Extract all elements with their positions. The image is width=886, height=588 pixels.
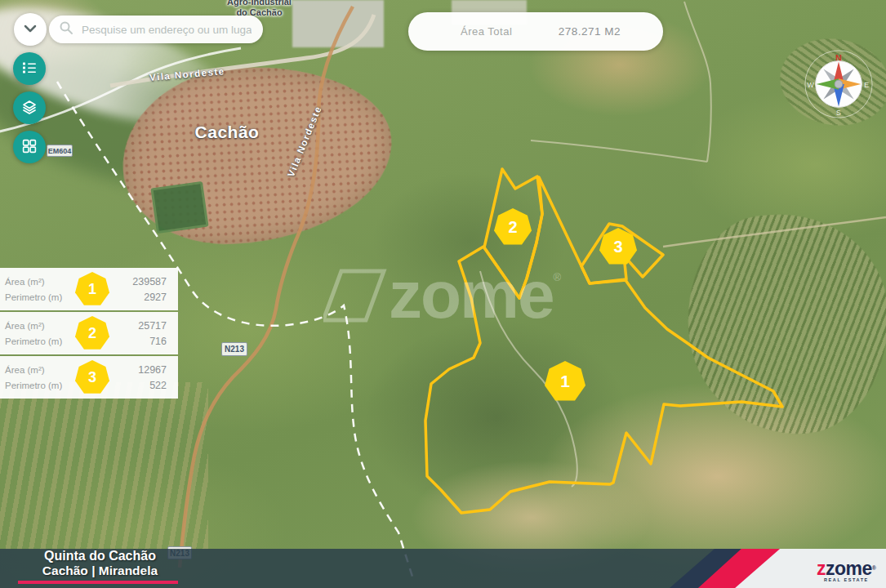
perimeter-value: 2927 [144, 292, 167, 303]
perimeter-label: Perimetro (m) [3, 336, 62, 346]
area-label: Área (m²) [3, 321, 45, 331]
measurement-card-1: Área (m²) 239587 Perimetro (m) 2927 1 [0, 268, 178, 310]
area-total-label: Área Total [461, 25, 512, 38]
area-value: 25717 [138, 320, 167, 332]
area-total-value: 278.271 M2 [559, 25, 621, 38]
grid-view-button[interactable] [13, 131, 46, 163]
property-title: Quinta do Cachão Cachão | Mirandela [0, 549, 200, 578]
compass-s: S [836, 109, 841, 117]
compass-e: E [864, 81, 869, 89]
parcel-1-outline[interactable] [425, 177, 782, 513]
perimeter-label: Perimetro (m) [3, 381, 62, 390]
measurement-list-button[interactable] [13, 52, 46, 85]
area-label: Área (m²) [3, 277, 45, 287]
road-shield-em604: EM604 [47, 145, 73, 157]
measurement-panel: Área (m²) 239587 Perimetro (m) 2927 1 Ár… [0, 268, 178, 400]
road-shield-n213: N213 [221, 342, 247, 356]
road-east [663, 217, 886, 247]
footer-accent-underline [18, 581, 178, 585]
zome-logo: zzome® [817, 560, 875, 577]
measurement-card-2: Área (m²) 25717 Perimetro (m) 716 2 [0, 312, 178, 354]
measurement-card-3: Área (m²) 12967 Perimetro (m) 522 3 [0, 356, 178, 399]
perimeter-value: 522 [149, 380, 167, 391]
grid-icon [21, 138, 38, 157]
town-label-cachao: Cachão [181, 122, 273, 142]
map-app-window: zome ® Agro-Industrial do Cachão Cachão … [0, 0, 886, 588]
map-layers-button[interactable] [13, 91, 46, 124]
search-input[interactable] [80, 23, 253, 37]
chevron-down-icon [20, 19, 40, 41]
area-label: Área (m²) [3, 365, 45, 375]
compass-icon: N E S W [803, 48, 875, 120]
compass-w: W [808, 81, 815, 89]
area-value: 12967 [138, 364, 167, 376]
area-total-pill: Área Total 278.271 M2 [408, 12, 663, 51]
list-icon [21, 60, 38, 78]
area-value: 239587 [132, 276, 167, 287]
zome-logo-tagline: REAL ESTATE [824, 577, 869, 582]
zome-logo-z: z [817, 558, 826, 579]
zome-logo-name: zome [826, 558, 872, 579]
road-n213 [180, 7, 353, 568]
zome-logo-reg: ® [872, 565, 876, 571]
property-location: Cachão | Mirandela [0, 564, 200, 578]
search-bar[interactable] [49, 16, 263, 43]
property-name: Quinta do Cachão [0, 549, 200, 564]
search-icon [59, 20, 73, 38]
perimeter-label: Perimetro (m) [3, 292, 62, 302]
collapse-panel-button[interactable] [14, 13, 47, 46]
compass-rose[interactable]: N E S W [803, 48, 875, 120]
poi-label-line1: Agro-Industrial [196, 0, 323, 7]
layers-icon [21, 99, 38, 118]
perimeter-value: 716 [149, 336, 167, 347]
